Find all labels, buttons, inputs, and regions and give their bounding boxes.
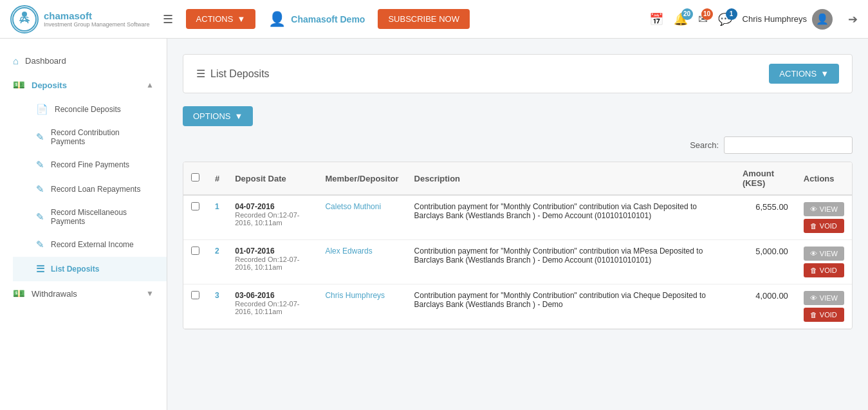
list-icon-title: ☰ [196,68,205,80]
chevron-down-icon-options: ▼ [235,111,243,121]
mail-icon-badge[interactable]: ✉ 10 [698,12,708,26]
header-amount: Amount (KES) [735,162,796,195]
sidebar-item-list-deposits[interactable]: ☰ List Deposits [13,257,167,281]
logout-icon[interactable]: ➔ [848,12,858,26]
user-info: Chris Humphreys 👤 [743,9,833,30]
sidebar-item-record-contribution[interactable]: ✎ Record Contribution Payments [13,122,167,153]
view-button-2[interactable]: 👁 VIEW [804,291,844,305]
row-description-0: Contribution payment for "Monthly Contri… [407,195,735,240]
sidebar-label-loan: Record Loan Repayments [51,185,140,194]
void-button-0[interactable]: 🗑 VOID [804,219,844,233]
row-num-2: 3 [207,284,227,329]
subscribe-button[interactable]: SUBSCRIBE NOW [378,9,470,29]
row-description-2: Contribution payment for "Monthly Contri… [407,284,735,329]
chevron-down-icon: ▼ [237,14,245,24]
table-row: 3 03-06-2016 Recorded On:12-07-2016, 10:… [183,284,852,329]
view-button-0[interactable]: 👁 VIEW [804,202,844,216]
sidebar-item-record-misc[interactable]: ✎ Record Miscellaneous Payments [13,201,167,232]
row-select-0[interactable] [191,202,199,210]
header-member: Member/Depositor [317,162,406,195]
brand-logo: CS [10,5,39,33]
calendar-icon-badge[interactable]: 📅 [649,12,663,26]
row-member-2: Chris Humphreys [317,284,406,329]
select-all-checkbox[interactable] [191,173,199,182]
row-description-1: Contribution payment for "Monthly Contri… [407,240,735,284]
member-link-0[interactable]: Caletso Muthoni [325,202,381,211]
sidebar-sub-deposits: 📄 Reconcile Deposits ✎ Record Contributi… [0,97,167,281]
home-icon: ⌂ [13,55,19,66]
row-amount-2: 4,000.00 [735,284,796,329]
sidebar-item-record-external[interactable]: ✎ Record External Income [13,232,167,257]
page-header: ☰ List Deposits ACTIONS ▼ [183,54,853,93]
sidebar: ⌂ Dashboard 💵 Deposits ▲ 📄 Reconcile Dep… [0,39,167,410]
pencil-icon-misc: ✎ [36,211,44,223]
header-deposit-date: Deposit Date [227,162,317,195]
hamburger-icon[interactable]: ☰ [163,12,173,26]
pencil-icon-loan: ✎ [36,183,44,195]
sidebar-label-reconcile: Reconcile Deposits [55,105,121,114]
brand-name: chamasoft [44,10,150,21]
notifications-badge: 20 [681,8,693,20]
row-checkbox-0[interactable] [183,195,207,240]
group-icon: 👤 [268,11,286,28]
sidebar-item-record-loan[interactable]: ✎ Record Loan Repayments [13,177,167,201]
row-checkbox-2[interactable] [183,284,207,329]
row-checkbox-1[interactable] [183,240,207,284]
sidebar-item-dashboard[interactable]: ⌂ Dashboard [0,49,167,73]
search-input[interactable] [724,136,853,154]
header-description: Description [407,162,735,195]
sidebar-label-deposits: Deposits [32,80,67,90]
trash-icon-2: 🗑 [810,311,817,319]
void-button-1[interactable]: 🗑 VOID [804,263,844,277]
header-num: # [207,162,227,195]
layout: ⌂ Dashboard 💵 Deposits ▲ 📄 Reconcile Dep… [0,39,868,410]
row-num-1: 2 [207,240,227,284]
options-button[interactable]: OPTIONS ▼ [183,106,253,126]
sidebar-item-reconcile[interactable]: 📄 Reconcile Deposits [13,97,167,122]
brand-sub: Investment Group Management Software [44,21,150,28]
member-link-2[interactable]: Chris Humphreys [325,291,385,300]
view-button-1[interactable]: 👁 VIEW [804,247,844,261]
header-checkbox [183,162,207,195]
trash-icon-0: 🗑 [810,222,817,230]
void-button-2[interactable]: 🗑 VOID [804,308,844,322]
table-body: 1 04-07-2016 Recorded On:12-07-2016, 10:… [183,195,852,329]
chevron-up-icon: ▲ [146,80,154,89]
sidebar-label-list: List Deposits [51,265,99,274]
pencil-icon-contribution: ✎ [36,131,44,143]
eye-icon-1: 👁 [810,250,817,257]
chevron-down-icon-actions: ▼ [820,69,829,79]
sidebar-item-withdrawals[interactable]: 💵 Withdrawals ▼ [0,281,167,306]
withdrawals-icon: 💵 [13,288,25,299]
pencil-icon-fine: ✎ [36,159,44,171]
svg-point-2 [22,12,27,17]
chevron-down-icon-w: ▼ [146,289,154,298]
group-info: 👤 Chamasoft Demo [268,11,365,28]
row-date-0: 04-07-2016 Recorded On:12-07-2016, 10:11… [227,195,317,240]
reconcile-icon: 📄 [36,104,48,115]
bell-icon-badge[interactable]: 🔔 20 [674,12,688,26]
row-actions-1: 👁 VIEW 🗑 VOID [796,240,852,284]
row-select-2[interactable] [191,291,199,299]
alert-icon-badge[interactable]: 💬 1 [718,12,732,26]
alerts-badge: 1 [726,8,737,20]
sidebar-label-withdrawals: Withdrawals [32,289,77,299]
main-content: ☰ List Deposits ACTIONS ▼ OPTIONS ▼ Sear… [167,39,868,410]
sidebar-item-deposits[interactable]: 💵 Deposits ▲ [0,73,167,97]
page-actions-button[interactable]: ACTIONS ▼ [769,64,839,84]
brand: CS chamasoft Investment Group Management… [10,5,150,33]
member-link-1[interactable]: Alex Edwards [325,247,372,256]
deposits-table-container: # Deposit Date Member/Depositor Descript… [183,162,853,330]
sidebar-item-record-fine[interactable]: ✎ Record Fine Payments [13,153,167,177]
table-row: 2 01-07-2016 Recorded On:12-07-2016, 10:… [183,240,852,284]
navbar: CS chamasoft Investment Group Management… [0,0,868,39]
sidebar-label-contribution: Record Contribution Payments [51,128,154,146]
row-select-1[interactable] [191,247,199,255]
avatar[interactable]: 👤 [812,9,833,30]
row-date-2: 03-06-2016 Recorded On:12-07-2016, 10:11… [227,284,317,329]
navbar-actions-button[interactable]: ACTIONS ▼ [186,9,256,29]
trash-icon-1: 🗑 [810,266,817,274]
options-bar: OPTIONS ▼ [183,106,853,126]
messages-badge: 10 [701,8,713,20]
table-row: 1 04-07-2016 Recorded On:12-07-2016, 10:… [183,195,852,240]
